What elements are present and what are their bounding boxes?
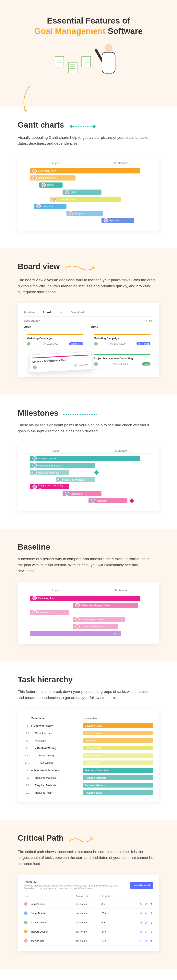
bar-label: Approval bbox=[109, 219, 119, 222]
gantt-row: Channel 1 bbox=[24, 491, 153, 498]
actions-cell bbox=[127, 902, 153, 905]
gantt-row: Channel 2 bbox=[24, 498, 153, 505]
squiggle-arrow-icon bbox=[64, 264, 96, 272]
user-name: Robert Cooper bbox=[31, 930, 48, 933]
edit-icon[interactable] bbox=[145, 940, 148, 942]
gantt-row: Script bbox=[24, 183, 153, 189]
month-label: September bbox=[88, 448, 153, 453]
bar-label: Product Launch bbox=[38, 457, 56, 460]
filter-button[interactable]: ⚲ Filter bbox=[145, 319, 153, 322]
gantt-bar[interactable]: Customer Story bbox=[30, 169, 140, 173]
tab-board[interactable]: Board bbox=[42, 309, 51, 317]
table-row[interactable]: 1.1Client InterviewClient Interview bbox=[24, 729, 153, 737]
gantt-bar[interactable]: Features & Functions bbox=[30, 463, 95, 468]
task-card[interactable]: Software Development Plan🕓 19.06.2020 bbox=[29, 352, 92, 373]
gantt-bar[interactable]: Analysis bbox=[66, 211, 103, 216]
gantt-bar[interactable]: Channel 1 bbox=[63, 491, 101, 496]
gantt-bar[interactable]: Psychographic Profile bbox=[73, 624, 118, 629]
table-row[interactable]: 1.2PrototypePrototype bbox=[24, 737, 153, 744]
edit-icon[interactable] bbox=[145, 931, 148, 933]
gantt-bar[interactable]: Required Methods bbox=[56, 477, 95, 482]
delete-icon[interactable] bbox=[150, 912, 153, 915]
card-date: 🕓 19.06.2020 bbox=[43, 342, 58, 345]
gantt-bar[interactable]: Required Materials bbox=[30, 470, 69, 475]
edit-icon[interactable] bbox=[145, 903, 148, 905]
user-cell: Robert Cooper bbox=[24, 929, 76, 934]
gantt-bar[interactable]: Draft bbox=[63, 189, 101, 195]
delete-icon[interactable] bbox=[150, 940, 153, 942]
actions-cell bbox=[127, 939, 153, 942]
gantt-row: Research +1 bbox=[24, 610, 153, 617]
projects-cell[interactable]: 12 ▾ bbox=[101, 939, 127, 942]
card-stripe bbox=[27, 334, 83, 335]
gear-icon[interactable] bbox=[140, 912, 143, 915]
board-tabs: Timeline Board List Workload bbox=[24, 309, 153, 317]
table-row[interactable]: 2.3Required TeamRequired Team bbox=[24, 789, 153, 796]
edit-icon[interactable] bbox=[145, 912, 148, 915]
month-label: August bbox=[24, 160, 88, 166]
delete-icon[interactable] bbox=[150, 931, 153, 933]
card-meta: 🕓 19.06.2020Done bbox=[94, 362, 150, 366]
projects-cell[interactable]: 6 ▾ bbox=[101, 921, 127, 924]
gantt-row: Customer Story bbox=[24, 169, 153, 175]
gantt-bar[interactable]: +3 -3 bbox=[30, 631, 121, 636]
tab-timeline[interactable]: Timeline bbox=[24, 309, 35, 317]
board-column-done: Done Marketing Campaign🕓 19.06.2020In pr… bbox=[91, 325, 153, 371]
avatar bbox=[32, 485, 37, 489]
user-name: Monica Bell bbox=[31, 939, 44, 942]
gantt-bar[interactable]: Research +1 bbox=[30, 610, 69, 615]
cost-cell[interactable]: per hour ▾ bbox=[76, 902, 101, 905]
tab-list[interactable]: List bbox=[59, 309, 63, 317]
gear-icon[interactable] bbox=[140, 921, 143, 924]
people-desc: Here you manage people from all your pro… bbox=[24, 885, 122, 890]
projects-cell[interactable]: 14 ▾ bbox=[101, 930, 127, 933]
gantt-row: Marketing Plan bbox=[24, 596, 153, 603]
invite-button[interactable]: Invite by email bbox=[130, 882, 153, 889]
table-row[interactable]: 1▸ Customer StoryCustomer Story bbox=[24, 722, 153, 729]
gantt-bar[interactable]: Approval bbox=[101, 218, 134, 223]
bar-label: Customer Story bbox=[38, 169, 56, 172]
gantt-bar[interactable]: Product Launch bbox=[30, 456, 140, 461]
table-row[interactable]: 1.3.1Script WritingScript Writing bbox=[24, 752, 153, 759]
gantt-bar[interactable]: Marketing Plan bbox=[30, 596, 140, 601]
cost-cell[interactable]: per item ▾ bbox=[76, 930, 101, 933]
gantt-bar[interactable]: Script bbox=[39, 183, 63, 188]
section-title: Task hierarchy bbox=[18, 675, 72, 684]
table-row[interactable]: 2.2Required MethodsRequired Methods bbox=[24, 781, 153, 789]
tab-workload[interactable]: Workload bbox=[71, 309, 84, 317]
task-bar: Draft Writing bbox=[83, 760, 153, 765]
gantt-bar[interactable]: Demographic Profile bbox=[73, 617, 125, 622]
bar-label: Features & Functions bbox=[38, 464, 62, 467]
cost-cell[interactable]: per hour ▾ bbox=[76, 912, 101, 915]
delete-icon[interactable] bbox=[150, 921, 153, 924]
cost-cell[interactable]: per hour ▾ bbox=[76, 921, 101, 924]
table-row[interactable]: 2▸ Features & FunctionsFeatures & Functi… bbox=[24, 767, 153, 774]
table-row[interactable]: 1.3▸ Content WritingContent Writing bbox=[24, 744, 153, 752]
gantt-bar[interactable]: Procedure bbox=[34, 204, 66, 209]
gantt-bar[interactable]: Client Interview bbox=[30, 175, 76, 180]
task-card[interactable]: Marketing Campaign🕓 19.06.2020In progres… bbox=[91, 331, 153, 349]
gear-icon[interactable] bbox=[140, 903, 143, 905]
task-card[interactable]: Project Management Consulting🕓 19.06.202… bbox=[91, 351, 153, 369]
delete-icon[interactable] bbox=[150, 903, 153, 905]
gantt-bar[interactable]: Analysis and summing up bbox=[30, 484, 69, 489]
gantt-chart-card: August September Customer StoryClient In… bbox=[18, 154, 159, 231]
gear-icon[interactable] bbox=[140, 940, 143, 942]
avatar bbox=[58, 477, 63, 482]
avatar bbox=[69, 211, 73, 215]
svg-rect-1 bbox=[92, 125, 96, 128]
card-meta: 🕓 19.06.2020 bbox=[33, 363, 90, 370]
task-card[interactable]: Marketing Campaign🕓 19.06.2020In progres… bbox=[24, 331, 86, 349]
projects-cell[interactable]: 8 ▾ bbox=[101, 902, 127, 905]
gear-icon[interactable] bbox=[140, 931, 143, 933]
edit-icon[interactable] bbox=[145, 921, 148, 924]
avatar bbox=[32, 456, 37, 461]
month-label: August bbox=[24, 588, 88, 593]
table-row[interactable]: 2.1Required MaterialsRequired Materials bbox=[24, 774, 153, 781]
gantt-bar[interactable]: Channel 2 bbox=[88, 498, 127, 503]
gantt-bar[interactable]: Funding Manage bbox=[50, 197, 121, 202]
projects-cell[interactable]: 20 ▾ bbox=[101, 912, 127, 915]
cost-cell[interactable]: per hour ▾ bbox=[76, 939, 101, 942]
table-row[interactable]: 1.3.2Draft WritingDraft Writing bbox=[24, 759, 153, 767]
gantt-bar[interactable]: Define Your Target Market bbox=[73, 603, 138, 608]
